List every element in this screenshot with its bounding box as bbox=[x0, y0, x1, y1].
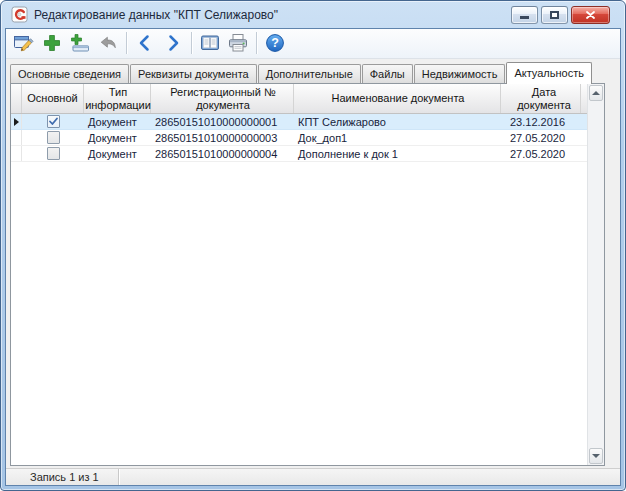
add-icon bbox=[42, 33, 62, 53]
tab-osnovnye-svedeniya[interactable]: Основные сведения bbox=[10, 64, 129, 83]
row-indicator bbox=[11, 130, 22, 145]
add-child-record-button[interactable] bbox=[66, 30, 94, 56]
grid-header-row: Основной Тип информации Регистрационный … bbox=[11, 84, 587, 114]
window-controls bbox=[511, 6, 610, 24]
previous-record-button[interactable] bbox=[131, 30, 159, 56]
row-indicator bbox=[11, 146, 22, 161]
scroll-down-button[interactable] bbox=[589, 448, 603, 464]
record-counter: Запись 1 из 1 bbox=[6, 469, 118, 485]
content-area: Основные сведения Реквизиты документа До… bbox=[6, 59, 620, 466]
main-checkbox[interactable] bbox=[47, 115, 60, 128]
cell-main bbox=[22, 130, 84, 145]
tab-aktualnost[interactable]: Актуальность bbox=[506, 62, 592, 84]
title-bar: Редактирование данных "КПТ Селижарово" bbox=[5, 1, 621, 28]
grid-rows-area: Основной Тип информации Регистрационный … bbox=[11, 84, 587, 465]
maximize-button[interactable] bbox=[541, 6, 568, 24]
toolbar-separator bbox=[191, 32, 192, 54]
toolbar-separator bbox=[126, 32, 127, 54]
undo-button[interactable] bbox=[94, 30, 122, 56]
journal-button[interactable] bbox=[196, 30, 224, 56]
checkmark-icon bbox=[48, 116, 59, 127]
arrow-down-icon bbox=[592, 454, 600, 458]
status-bar: Запись 1 из 1 bbox=[6, 468, 620, 485]
next-icon bbox=[163, 33, 183, 53]
cell-reg-number: 28650151010000000004 bbox=[151, 146, 294, 161]
main-checkbox[interactable] bbox=[47, 131, 60, 144]
maximize-icon bbox=[550, 11, 559, 19]
print-button[interactable] bbox=[224, 30, 252, 56]
previous-icon bbox=[135, 33, 155, 53]
app-icon bbox=[11, 6, 28, 23]
tab-nedvizhimost[interactable]: Недвижимость bbox=[414, 64, 506, 83]
svg-text:?: ? bbox=[271, 36, 279, 50]
main-checkbox[interactable] bbox=[47, 147, 60, 160]
add-record-button[interactable] bbox=[38, 30, 66, 56]
cell-reg-number: 28650151010000000003 bbox=[151, 130, 294, 145]
column-header-tip-informacii[interactable]: Тип информации bbox=[84, 84, 151, 113]
row-indicator bbox=[11, 114, 22, 129]
column-header-osnovnoy[interactable]: Основной bbox=[22, 84, 84, 113]
add-child-icon bbox=[70, 33, 90, 53]
table-row[interactable]: Документ 28650151010000000004 Дополнение… bbox=[11, 146, 587, 162]
tab-fayly[interactable]: Файлы bbox=[362, 64, 413, 83]
arrow-up-icon bbox=[592, 91, 600, 95]
tab-dopolnitelnye[interactable]: Дополнительные bbox=[258, 64, 361, 83]
column-header-naimenovanie[interactable]: Наименование документа bbox=[294, 84, 501, 113]
record-counter-text: Запись 1 из 1 bbox=[30, 471, 99, 483]
minimize-button[interactable] bbox=[511, 6, 538, 24]
cell-name: КПТ Селижарово bbox=[294, 114, 501, 129]
current-row-marker-icon bbox=[14, 118, 19, 126]
edit-data-button[interactable] bbox=[10, 30, 38, 56]
toolbar: ? bbox=[6, 29, 620, 59]
edit-data-icon bbox=[13, 33, 35, 54]
help-button[interactable]: ? bbox=[261, 30, 289, 56]
cell-name: Док_доп1 bbox=[294, 130, 501, 145]
window-title: Редактирование данных "КПТ Селижарово" bbox=[34, 8, 511, 22]
cell-name: Дополнение к док 1 bbox=[294, 146, 501, 161]
row-indicator-header bbox=[11, 84, 22, 113]
cell-type: Документ bbox=[84, 130, 151, 145]
vertical-scrollbar[interactable] bbox=[587, 84, 604, 465]
cell-main bbox=[22, 146, 84, 161]
cell-type: Документ bbox=[84, 114, 151, 129]
next-record-button[interactable] bbox=[159, 30, 187, 56]
cell-type: Документ bbox=[84, 146, 151, 161]
close-button[interactable] bbox=[571, 6, 610, 24]
minimize-icon bbox=[520, 16, 529, 19]
journal-icon bbox=[199, 33, 221, 53]
column-header-data[interactable]: Дата документа bbox=[501, 84, 581, 113]
undo-icon bbox=[98, 33, 118, 53]
cell-reg-number: 28650151010000000001 bbox=[151, 114, 294, 129]
tab-strip: Основные сведения Реквизиты документа До… bbox=[10, 61, 605, 83]
close-icon bbox=[586, 11, 595, 19]
cell-date: 23.12.2016 bbox=[501, 114, 581, 129]
status-bar-divider bbox=[118, 469, 119, 485]
documents-grid: Основной Тип информации Регистрационный … bbox=[10, 83, 605, 466]
table-row[interactable]: Документ 28650151010000000001 КПТ Селижа… bbox=[11, 114, 587, 130]
toolbar-separator bbox=[256, 32, 257, 54]
print-icon bbox=[227, 33, 249, 53]
window-body: ? Основные сведения Реквизиты документа … bbox=[5, 28, 621, 486]
column-header-reg-number[interactable]: Регистрационный № документа bbox=[151, 84, 294, 113]
cell-date: 27.05.2020 bbox=[501, 146, 581, 161]
cell-date: 27.05.2020 bbox=[501, 130, 581, 145]
scroll-up-button[interactable] bbox=[589, 85, 603, 101]
cell-main bbox=[22, 114, 84, 129]
dialog-window: Редактирование данных "КПТ Селижарово" bbox=[0, 0, 626, 491]
tab-rekvizity-dokumenta[interactable]: Реквизиты документа bbox=[130, 64, 257, 83]
table-row[interactable]: Документ 28650151010000000003 Док_доп1 2… bbox=[11, 130, 587, 146]
help-icon: ? bbox=[265, 33, 285, 53]
